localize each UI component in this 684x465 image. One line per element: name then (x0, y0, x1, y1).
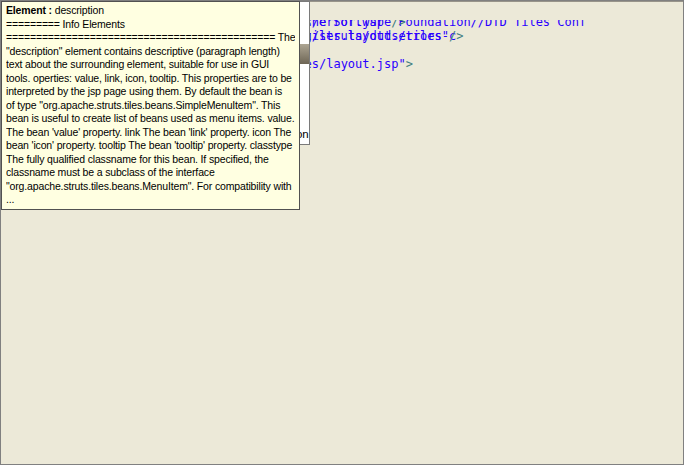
tooltip-line: The fully qualified classname for this b… (6, 153, 295, 167)
tooltip-title-label: Element : (6, 4, 52, 16)
tooltip-line: "description" element contains descripti… (6, 45, 295, 59)
tooltip-line: classname must be a subclass of the inte… (6, 166, 295, 180)
tooltip-body: ========= Info Elements=================… (6, 18, 295, 207)
tooltip-line: bean 'icon' property. tooltip The bean '… (6, 139, 295, 153)
xml-editor-window: <> tiles-defs.xml ✕ <?xml version="1.0"?… (0, 0, 684, 465)
tooltip-line: ... (6, 193, 295, 207)
tooltip-line: of type "org.apache.struts.tiles.beans.S… (6, 99, 295, 113)
code-token: /> (449, 29, 463, 43)
tooltip-line: ========= Info Elements (6, 18, 295, 32)
code-token: > (406, 57, 413, 71)
tooltip-line: interpreted by the jsp page using them. … (6, 85, 295, 99)
tooltip-line: ========================================… (6, 31, 295, 45)
tooltip-line: The bean 'value' property. link The bean… (6, 126, 295, 140)
tooltip-line: "org.apache.struts.tiles.beans.MenuItem"… (6, 180, 295, 194)
tooltip-title: Element : description (6, 4, 295, 18)
code-token: "tiles.layout.errors" (297, 29, 449, 43)
tooltip-line: text about the surrounding element, suit… (6, 58, 295, 72)
tooltip-line: tools. operties: value, link, icon, tool… (6, 72, 295, 86)
tooltip-title-value: description (52, 4, 104, 16)
doc-tooltip: Element : description ========= Info Ele… (1, 1, 300, 210)
tooltip-line: bean is useful to create list of beans u… (6, 112, 295, 126)
